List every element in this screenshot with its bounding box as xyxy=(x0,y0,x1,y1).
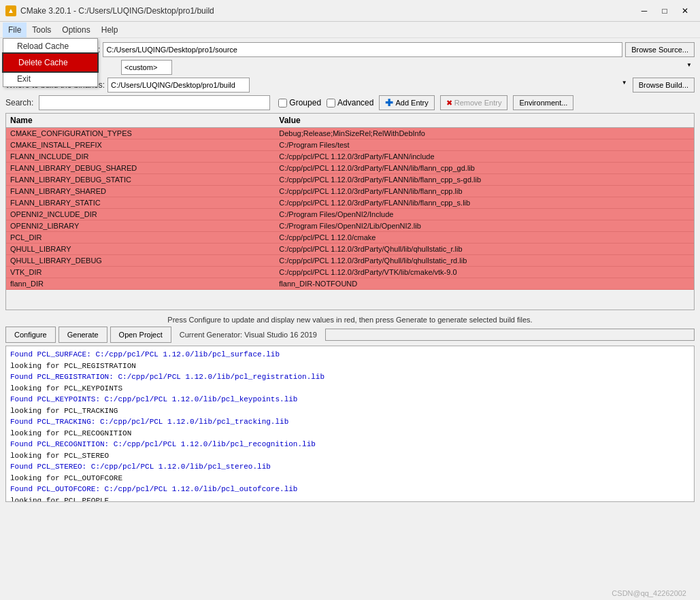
configure-button[interactable]: Configure xyxy=(5,327,56,343)
remove-icon: ✖ xyxy=(446,99,452,107)
generate-button[interactable]: Generate xyxy=(59,327,107,343)
log-line: Found PCL_RECOGNITION: C:/cpp/pcl/PCL 1.… xyxy=(10,439,690,450)
table-cell-name: FLANN_INCLUDE_DIR xyxy=(6,151,275,163)
add-entry-label: Add Entry xyxy=(395,99,428,107)
minimize-button[interactable]: ─ xyxy=(635,4,654,18)
table-cell-name: FLANN_LIBRARY_DEBUG_STATIC xyxy=(6,174,275,186)
search-options: Grouped Advanced ✚ Add Entry ✖ Remove En… xyxy=(278,95,573,110)
table-header-value: Value xyxy=(275,114,694,128)
log-line: looking for PCL_KEYPOINTS xyxy=(10,383,690,395)
search-label: Search: xyxy=(5,98,33,107)
window-controls: ─ □ ✕ xyxy=(635,4,695,18)
table-cell-value: C:/cpp/pcl/PCL 1.12.0/3rdParty/FLANN/lib… xyxy=(275,197,694,209)
menu-item-help[interactable]: Help xyxy=(96,22,124,37)
grouped-checkbox-label[interactable]: Grouped xyxy=(278,98,321,107)
maximize-button[interactable]: □ xyxy=(655,4,674,18)
table-row[interactable]: CMAKE_CONFIGURATION_TYPESDebug;Release;M… xyxy=(6,128,694,139)
table-body: CMAKE_CONFIGURATION_TYPESDebug;Release;M… xyxy=(6,128,694,290)
log-area: Found PCL_SURFACE: C:/cpp/pcl/PCL 1.12.0… xyxy=(5,346,695,502)
menu-reload-cache[interactable]: Reload Cache xyxy=(3,39,97,54)
log-line: Found PCL_STEREO: C:/cpp/pcl/PCL 1.12.0/… xyxy=(10,461,690,473)
title-bar-left: ▲ CMake 3.20.1 - C:/Users/LUQING/Desktop… xyxy=(5,5,214,16)
table-cell-value: C:/Program Files/OpenNI2/Lib/OpenNI2.lib xyxy=(275,220,694,232)
cmake-table-container: Name Value CMAKE_CONFIGURATION_TYPESDebu… xyxy=(5,113,695,310)
add-entry-button[interactable]: ✚ Add Entry xyxy=(379,95,434,110)
table-row[interactable]: flann_DIRflann_DIR-NOTFOUND xyxy=(6,278,694,290)
menu-item-file[interactable]: File xyxy=(3,22,27,37)
advanced-label: Advanced xyxy=(337,98,373,107)
remove-entry-label: Remove Entry xyxy=(454,99,502,107)
table-cell-value: C:/Program Files/test xyxy=(275,139,694,151)
table-cell-value: flann_DIR-NOTFOUND xyxy=(275,278,694,290)
watermark: CSDN@qq_42262002 xyxy=(612,589,686,597)
log-line: Found PCL_KEYPOINTS: C:/cpp/pcl/PCL 1.12… xyxy=(10,394,690,405)
menu-delete-cache[interactable]: Delete Cache xyxy=(3,54,97,71)
build-path-row: Where to build the binaries: C:/Users/LU… xyxy=(5,78,695,93)
close-button[interactable]: ✕ xyxy=(676,4,695,18)
table-cell-value: C:/cpp/pcl/PCL 1.12.0/3rdParty/FLANN/inc… xyxy=(275,151,694,163)
file-dropdown-menu: Reload Cache Delete Cache Exit xyxy=(3,38,98,87)
table-row[interactable]: OPENNI2_LIBRARYC:/Program Files/OpenNI2/… xyxy=(6,220,694,232)
table-row[interactable]: FLANN_LIBRARY_DEBUG_SHAREDC:/cpp/pcl/PCL… xyxy=(6,163,694,174)
table-row[interactable]: QHULL_LIBRARY_DEBUGC:/cpp/pcl/PCL 1.12.0… xyxy=(6,255,694,267)
log-line: looking for PCL_STEREO xyxy=(10,450,690,462)
menu-item-tools[interactable]: Tools xyxy=(27,22,56,37)
custom-select-wrapper: <custom> xyxy=(121,60,695,75)
table-row[interactable]: CMAKE_INSTALL_PREFIXC:/Program Files/tes… xyxy=(6,139,694,151)
table-row[interactable]: FLANN_LIBRARY_STATICC:/cpp/pcl/PCL 1.12.… xyxy=(6,197,694,209)
table-cell-name: OPENNI2_LIBRARY xyxy=(6,220,275,232)
table-cell-name: FLANN_LIBRARY_DEBUG_SHARED xyxy=(6,163,275,174)
cmake-table: Name Value CMAKE_CONFIGURATION_TYPESDebu… xyxy=(6,114,694,290)
table-cell-name: CMAKE_CONFIGURATION_TYPES xyxy=(6,128,275,139)
table-row[interactable]: VTK_DIRC:/cpp/pcl/PCL 1.12.0/3rdParty/VT… xyxy=(6,267,694,278)
search-bar: Search: Grouped Advanced ✚ Add Entry ✖ R… xyxy=(5,95,695,110)
build-select-wrapper: C:/Users/LUQING/Desktop/pro1/build xyxy=(107,78,630,93)
grouped-checkbox[interactable] xyxy=(278,99,287,107)
menu-item-options[interactable]: Options xyxy=(56,22,95,37)
table-cell-name: OPENNI2_INCLUDE_DIR xyxy=(6,209,275,220)
title-bar: ▲ CMake 3.20.1 - C:/Users/LUQING/Desktop… xyxy=(0,0,700,22)
table-cell-name: FLANN_LIBRARY_SHARED xyxy=(6,186,275,197)
advanced-checkbox[interactable] xyxy=(327,99,335,107)
log-line: looking for PCL_RECOGNITION xyxy=(10,428,690,439)
remove-entry-button[interactable]: ✖ Remove Entry xyxy=(440,95,508,110)
table-cell-value: C:/cpp/pcl/PCL 1.12.0/3rdParty/FLANN/lib… xyxy=(275,186,694,197)
table-row[interactable]: PCL_DIRC:/cpp/pcl/PCL 1.12.0/cmake xyxy=(6,232,694,244)
log-line: looking for PCL_TRACKING xyxy=(10,405,690,417)
open-project-button[interactable]: Open Project xyxy=(110,327,171,343)
browse-build-button[interactable]: Browse Build... xyxy=(633,78,695,93)
custom-select[interactable]: <custom> xyxy=(121,60,172,75)
log-line: looking for PCL_PEOPLE xyxy=(10,495,690,503)
search-input[interactable] xyxy=(39,95,270,110)
advanced-checkbox-label[interactable]: Advanced xyxy=(327,98,373,107)
table-cell-name: QHULL_LIBRARY xyxy=(6,244,275,255)
table-row[interactable]: OPENNI2_INCLUDE_DIRC:/Program Files/Open… xyxy=(6,209,694,220)
table-cell-name: QHULL_LIBRARY_DEBUG xyxy=(6,255,275,267)
table-cell-name: CMAKE_INSTALL_PREFIX xyxy=(6,139,275,151)
table-row[interactable]: FLANN_LIBRARY_SHAREDC:/cpp/pcl/PCL 1.12.… xyxy=(6,186,694,197)
browse-source-button[interactable]: Browse Source... xyxy=(625,42,695,57)
table-cell-value: C:/cpp/pcl/PCL 1.12.0/3rdParty/VTK/lib/c… xyxy=(275,267,694,278)
table-row[interactable]: FLANN_INCLUDE_DIRC:/cpp/pcl/PCL 1.12.0/3… xyxy=(6,151,694,163)
menu-exit[interactable]: Exit xyxy=(3,71,97,86)
custom-path-row: <custom> xyxy=(121,60,695,75)
log-line: looking for PCL_OUTOFCORE xyxy=(10,473,690,484)
table-row[interactable]: QHULL_LIBRARYC:/cpp/pcl/PCL 1.12.0/3rdPa… xyxy=(6,244,694,255)
grouped-label: Grouped xyxy=(289,98,321,107)
table-cell-value: C:/Program Files/OpenNI2/Include xyxy=(275,209,694,220)
menu-bar: File Tools Options Help Reload Cache Del… xyxy=(0,22,700,38)
environment-button[interactable]: Environment... xyxy=(513,95,573,110)
log-line: looking for PCL_REGISTRATION xyxy=(10,361,690,372)
table-cell-name: PCL_DIR xyxy=(6,232,275,244)
table-header-name: Name xyxy=(6,114,275,128)
table-row[interactable]: FLANN_LIBRARY_DEBUG_STATICC:/cpp/pcl/PCL… xyxy=(6,174,694,186)
source-path-input[interactable] xyxy=(103,42,622,57)
status-message: Press Configure to update and display ne… xyxy=(5,313,695,327)
table-header-row: Name Value xyxy=(6,114,694,128)
build-path-select[interactable]: C:/Users/LUQING/Desktop/pro1/build xyxy=(107,78,250,93)
source-path-row: Where is the source code: Browse Source.… xyxy=(5,42,695,57)
main-content: Where is the source code: Browse Source.… xyxy=(0,38,700,506)
progress-bar xyxy=(325,329,695,341)
table-cell-value: C:/cpp/pcl/PCL 1.12.0/cmake xyxy=(275,232,694,244)
table-cell-value: Debug;Release;MinSizeRel;RelWithDebInfo xyxy=(275,128,694,139)
